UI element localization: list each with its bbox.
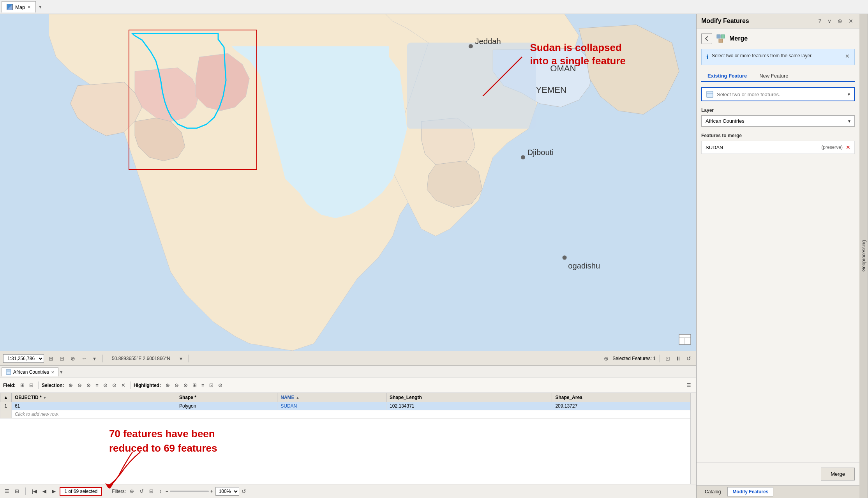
svg-text:ogadishu: ogadishu [568,261,600,270]
sel-btn-5[interactable]: ⊘ [102,381,109,389]
feature-dropdown-icon [706,90,714,98]
selected-features-info: ⊕ Selected Features: 1 ⊡ ⏸ ↺ [602,355,693,362]
slider-track[interactable] [170,491,209,492]
zoom-minus[interactable]: − [166,489,168,494]
nav-icon-4[interactable]: ↔ [80,355,88,362]
nav-icon-5[interactable]: ▾ [92,355,97,362]
field-btn-1[interactable]: ⊞ [19,381,26,389]
table-wrapper[interactable]: ▲ OBJECTID * ▼ Shape * NAME ▲ Shape_Leng… [0,393,696,484]
tab-new-feature[interactable]: New Feature [753,71,794,81]
hl-btn-3[interactable]: ⊗ [182,381,189,389]
sel-btn-7[interactable]: ✕ [120,381,127,389]
col-sort-indicator[interactable]: ▲ [0,393,12,402]
table-refresh-btn[interactable]: ↺ [242,488,246,494]
hl-btn-4[interactable]: ⊞ [191,381,198,389]
sel-btn-2[interactable]: ⊖ [76,381,83,389]
panel-footer: Merge [697,463,859,485]
filter-icon-3[interactable]: ⊟ [148,487,155,495]
bottom-tabs: Catalog Modify Features [697,485,859,498]
features-to-merge-section: Features to merge SUDAN (preserve) ✕ [701,133,855,154]
merge-item-remove-btn[interactable]: ✕ [846,144,850,150]
map-background: Jeddah Djibouti ogadishu OMAN YEMEN [0,14,696,351]
geo-sidebar[interactable]: Geoprocessing [859,14,868,498]
catalog-tab[interactable]: Catalog [700,487,726,496]
attr-toolbar: Field: ⊞ ⊟ Selection: ⊕ ⊖ ⊗ ≡ ⊘ ⊙ ✕ High… [0,378,696,393]
coord-display: 50.8893655°E 2.6001866°N [112,356,170,361]
panel-content: Merge ℹ Select two or more features from… [697,28,859,463]
col-shape-area[interactable]: Shape_Area [552,393,696,402]
modify-features-tab[interactable]: Modify Features [727,487,773,496]
menu-btn[interactable]: ☰ [685,381,693,389]
field-btn-2[interactable]: ⊟ [28,381,35,389]
zoom-plus[interactable]: + [210,489,213,494]
sel-btn-6[interactable]: ⊙ [111,381,118,389]
map-tab-icon [7,4,13,10]
map-extent-btn[interactable]: ⊡ [664,355,672,362]
panel-pin-btn[interactable]: ⊕ [836,17,844,25]
attr-tab-more[interactable]: ▾ [60,369,63,375]
sel-btn-1[interactable]: ⊕ [67,381,74,389]
hl-btn-7[interactable]: ⊘ [217,381,224,389]
coord-dropdown-btn[interactable]: ▾ [178,355,184,362]
sel-btn-3[interactable]: ⊗ [85,381,92,389]
nav-icon-2[interactable]: ⊟ [58,355,66,362]
refresh-btn[interactable]: ↺ [685,355,693,362]
filters-label: Filters: [112,489,126,494]
map-container[interactable]: Jeddah Djibouti ogadishu OMAN YEMEN Suda… [0,14,696,351]
col-objectid[interactable]: OBJECTID * ▼ [11,393,176,402]
nav-first[interactable]: |◀ [30,487,39,495]
preserve-label: (preserve) [821,145,843,150]
selection-count[interactable]: 1 of 69 selected [60,487,102,496]
tab-bar: Map ✕ ▾ [0,0,868,14]
panel-help-btn[interactable]: ? [817,17,823,25]
cell-name: SUDAN [277,402,386,410]
merge-button[interactable]: Merge [821,468,855,480]
svg-text:YEMEN: YEMEN [536,85,566,95]
map-tab[interactable]: Map ✕ [2,1,36,12]
svg-point-4 [563,256,567,260]
nav-next[interactable]: ▶ [50,487,57,495]
hl-btn-1[interactable]: ⊕ [164,381,171,389]
filter-icon-1[interactable]: ⊕ [128,487,136,495]
col-shape-length[interactable]: Shape_Length [386,393,552,402]
sel-btn-4[interactable]: ≡ [94,381,100,389]
panel-close-btn[interactable]: ✕ [847,17,855,25]
zoom-pct-select[interactable]: 100% [215,487,239,496]
select-icon[interactable]: ⊕ [602,355,610,362]
hl-btn-5[interactable]: ≡ [200,381,206,389]
pause-btn[interactable]: ⏸ [674,355,683,362]
layer-dropdown[interactable]: African Countries ▾ [701,115,855,127]
footer-icon-list[interactable]: ☰ [3,487,11,495]
feature-dropdown[interactable]: Select two or more features. ▾ [701,87,855,101]
tab-more-btn[interactable]: ▾ [37,2,43,11]
map-tab-close[interactable]: ✕ [27,5,31,10]
feature-tabs: Existing Feature New Feature [701,71,855,82]
col-name[interactable]: NAME ▲ [277,393,386,402]
nav-icon-1[interactable]: ⊞ [47,355,55,362]
info-icon: ℹ [706,53,709,61]
zoom-slider: − + [166,489,213,494]
tab-existing-feature[interactable]: Existing Feature [701,71,753,82]
footer-icon-table[interactable]: ⊞ [13,487,21,495]
features-to-merge-label: Features to merge [701,133,855,138]
panel-title: Modify Features [701,18,813,25]
new-row-hint[interactable]: Click to add new row. [0,410,696,419]
svg-text:Jeddah: Jeddah [475,37,501,46]
info-close-btn[interactable]: ✕ [845,53,850,59]
african-countries-tab[interactable]: African Countries ✕ [2,367,58,376]
cell-shape-area: 209.13727 [552,402,696,410]
panel-chevron-btn[interactable]: ∨ [826,17,833,25]
back-button[interactable] [701,33,712,44]
filter-icon-4[interactable]: ↕ [157,487,163,495]
hl-btn-6[interactable]: ⊡ [208,381,215,389]
table-row[interactable]: 1 61 Polygon SUDAN 102.134371 209.13727 [0,402,696,410]
nav-icon-3[interactable]: ⊕ [69,355,77,362]
hl-btn-2[interactable]: ⊖ [173,381,180,389]
scale-select[interactable]: 1:31,256,786 [3,354,44,363]
attr-tab-close[interactable]: ✕ [51,370,54,374]
layout-icon[interactable] [679,334,691,346]
table-scrollbar[interactable] [690,393,696,484]
filter-icon-2[interactable]: ↺ [138,487,145,495]
col-shape[interactable]: Shape * [176,393,277,402]
nav-prev[interactable]: ◀ [41,487,48,495]
